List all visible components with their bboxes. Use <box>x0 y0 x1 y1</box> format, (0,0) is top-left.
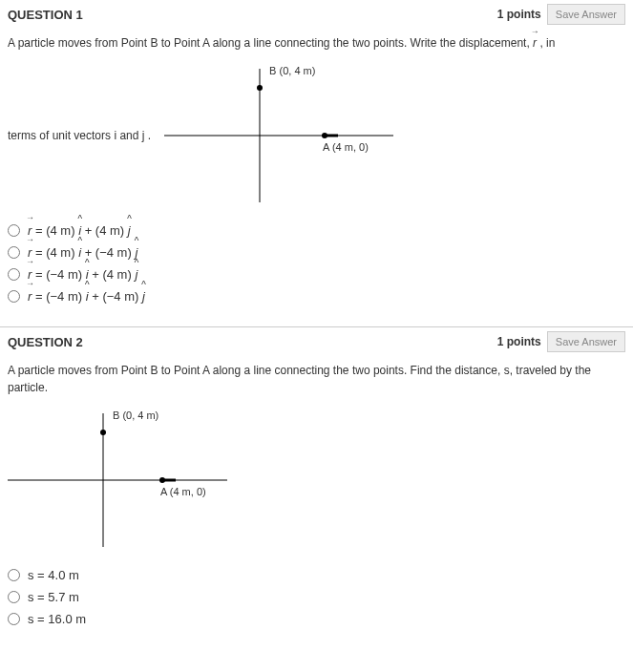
radio-q2-2[interactable] <box>8 591 20 603</box>
j-hat: j <box>142 129 145 142</box>
save-answer-button-q1[interactable]: Save Answer <box>547 4 625 25</box>
option-q1-2[interactable]: r = (4 m) i + (−4 m) j <box>8 245 625 260</box>
formula-q1-2: r = (4 m) i + (−4 m) j <box>28 245 137 260</box>
question-1-options: r = (4 m) i + (4 m) j r = (4 m) i + (−4 … <box>8 223 625 304</box>
prompt-text-pre: A particle moves from Point B to Point A… <box>8 36 533 50</box>
option-q1-1[interactable]: r = (4 m) i + (4 m) j <box>8 223 625 238</box>
prompt-text-post: , in <box>539 36 555 50</box>
unit-vectors-text: terms of unit vectors i and j . <box>8 129 151 142</box>
formula-q1-4: r = (−4 m) i + (−4 m) j <box>28 289 145 304</box>
j: j <box>142 285 145 304</box>
svg-point-7 <box>100 430 106 435</box>
option-q2-2[interactable]: s = 5.7 m <box>8 590 625 604</box>
option-q2-1[interactable]: s = 4.0 m <box>8 568 625 582</box>
eq: = (−4 m) <box>35 267 86 282</box>
question-2-meta: 1 points Save Answer <box>497 331 625 352</box>
radio-q2-3[interactable] <box>8 613 20 625</box>
label-a-q2: A (4 m, 0) <box>160 486 206 497</box>
question-1: QUESTION 1 1 points Save Answer A partic… <box>0 0 633 327</box>
radio-q1-3[interactable] <box>8 268 20 281</box>
text-q2-2: s = 5.7 m <box>28 590 79 604</box>
i-hat: i <box>114 129 116 142</box>
svg-point-2 <box>257 85 263 91</box>
option-q1-3[interactable]: r = (−4 m) i + (4 m) j <box>8 267 625 282</box>
question-2-header: QUESTION 2 1 points Save Answer <box>8 331 625 352</box>
plus: + (4 m) <box>92 267 135 282</box>
i: i <box>78 242 81 260</box>
and-text: and <box>119 129 141 142</box>
eq: = (−4 m) <box>35 289 86 304</box>
eq: = (4 m) <box>35 223 78 238</box>
axes-svg <box>155 59 403 212</box>
radio-q1-2[interactable] <box>8 246 20 259</box>
plus: + (4 m) <box>85 223 128 238</box>
text-q2-1: s = 4.0 m <box>28 568 79 582</box>
question-1-meta: 1 points Save Answer <box>497 4 625 25</box>
left-text-pre: terms of unit vectors <box>8 129 114 142</box>
diagram-q1: B (0, 4 m) A (4 m, 0) <box>155 59 403 212</box>
label-b-q1: B (0, 4 m) <box>269 65 315 76</box>
eq: = (4 m) <box>35 245 78 260</box>
save-answer-button-q2[interactable]: Save Answer <box>547 331 625 352</box>
question-1-body: terms of unit vectors i and j . B (0, 4 … <box>8 59 625 212</box>
svg-point-9 <box>159 477 165 483</box>
question-2: QUESTION 2 1 points Save Answer A partic… <box>0 327 633 649</box>
plus: + (−4 m) <box>92 289 142 304</box>
question-1-header: QUESTION 1 1 points Save Answer <box>8 4 625 25</box>
question-2-title: QUESTION 2 <box>8 335 83 349</box>
label-b-q2: B (0, 4 m) <box>113 410 158 421</box>
question-2-points: 1 points <box>497 335 541 348</box>
label-a-q1: A (4 m, 0) <box>323 141 369 153</box>
text-q2-3: s = 16.0 m <box>28 612 86 626</box>
j: j <box>128 220 131 238</box>
question-1-prompt: A particle moves from Point B to Point A… <box>8 34 625 52</box>
question-2-options: s = 4.0 m s = 5.7 m s = 16.0 m <box>8 568 625 626</box>
question-1-title: QUESTION 1 <box>8 8 83 22</box>
svg-point-4 <box>322 133 327 138</box>
r: r <box>28 285 32 304</box>
option-q2-3[interactable]: s = 16.0 m <box>8 612 625 626</box>
period: . <box>148 129 151 142</box>
j: j <box>135 263 137 282</box>
plus: + (−4 m) <box>85 245 136 260</box>
i: i <box>86 285 89 304</box>
vector-r: r <box>533 32 537 50</box>
axes-svg-q2 <box>8 404 237 556</box>
question-1-points: 1 points <box>497 8 541 21</box>
radio-q1-4[interactable] <box>8 290 20 303</box>
question-2-prompt: A particle moves from Point B to Point A… <box>8 362 625 396</box>
diagram-q2: B (0, 4 m) A (4 m, 0) <box>8 404 237 556</box>
radio-q2-1[interactable] <box>8 569 20 581</box>
radio-q1-1[interactable] <box>8 224 20 237</box>
formula-q1-3: r = (−4 m) i + (4 m) j <box>28 267 137 282</box>
option-q1-4[interactable]: r = (−4 m) i + (−4 m) j <box>8 289 625 304</box>
